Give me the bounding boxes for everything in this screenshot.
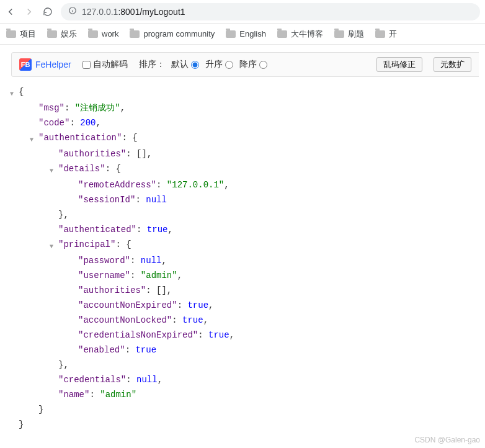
- bookmark-label: 项目: [20, 29, 36, 40]
- bookmark-label: work: [102, 29, 118, 38]
- bookmark-label: 开: [389, 29, 397, 40]
- json-row: "authorities": [],: [5, 146, 485, 161]
- json-row: ▼"details": {: [5, 161, 485, 177]
- json-row: "code": 200,: [5, 115, 485, 130]
- reload-button[interactable]: [42, 6, 53, 17]
- json-row: "enabled": true: [5, 343, 485, 357]
- json-row: "authorities": [],: [5, 283, 485, 298]
- browser-nav-bar: 127.0.0.1:8001/myLogout1: [0, 0, 485, 24]
- address-url: 127.0.0.1:8001/myLogout1: [82, 7, 185, 17]
- json-row: "password": null,: [5, 253, 485, 268]
- fehelper-badge-icon: FB: [19, 58, 32, 71]
- json-row: ▼"authentication": {: [5, 130, 485, 146]
- folder-icon: [226, 30, 236, 38]
- json-row: "accountNonExpired": true,: [5, 298, 485, 313]
- folder-icon: [47, 30, 57, 38]
- fix-encoding-button[interactable]: 乱码修正: [376, 57, 422, 72]
- collapse-toggle[interactable]: ▼: [25, 132, 38, 146]
- json-row: },: [5, 207, 485, 222]
- json-row: "credentials": null,: [5, 372, 485, 387]
- json-row: "sessionId": null: [5, 192, 485, 207]
- json-row: "accountNonLocked": true,: [5, 313, 485, 328]
- json-row: ▼"principal": {: [5, 237, 485, 253]
- bookmark-item[interactable]: English: [226, 29, 266, 38]
- sort-label: 排序：: [139, 59, 165, 70]
- folder-icon: [6, 30, 16, 38]
- expand-meta-button[interactable]: 元数扩: [434, 57, 471, 72]
- bookmark-item[interactable]: 项目: [6, 29, 36, 40]
- json-row: "authenticated": true,: [5, 222, 485, 237]
- forward-button[interactable]: [24, 6, 35, 17]
- bookmark-item[interactable]: program community: [130, 29, 215, 38]
- json-row: "name": "admin": [5, 387, 485, 402]
- folder-icon: [375, 30, 385, 38]
- bookmark-item[interactable]: 刷题: [334, 29, 364, 40]
- bookmark-label: 大牛博客: [291, 29, 323, 40]
- bookmark-item[interactable]: work: [88, 29, 118, 38]
- collapse-toggle[interactable]: ▼: [45, 238, 58, 253]
- auto-decode-checkbox[interactable]: 自动解码: [82, 59, 128, 70]
- json-row: "username": "admin",: [5, 268, 485, 283]
- bookmark-item[interactable]: 大牛博客: [277, 29, 323, 40]
- sort-asc-radio[interactable]: 升序: [205, 59, 233, 70]
- json-viewer: ▼{"msg": "注销成功","code": 200,▼"authentica…: [0, 77, 485, 447]
- fehelper-name: FeHelper: [35, 60, 71, 69]
- sort-desc-radio[interactable]: 降序: [239, 59, 267, 70]
- folder-icon: [130, 30, 140, 38]
- fehelper-logo[interactable]: FB FeHelper: [19, 58, 71, 71]
- bookmark-label: 刷题: [348, 29, 364, 40]
- collapse-toggle[interactable]: ▼: [5, 86, 19, 101]
- bookmark-label: English: [239, 29, 266, 38]
- collapse-toggle[interactable]: ▼: [45, 163, 58, 177]
- folder-icon: [277, 30, 287, 38]
- site-info-icon[interactable]: [68, 6, 77, 17]
- folder-icon: [334, 30, 344, 38]
- json-row: }: [5, 417, 485, 432]
- bookmark-label: 娱乐: [61, 29, 77, 40]
- bookmark-label: program community: [143, 29, 215, 38]
- json-row: "credentialsNonExpired": true,: [5, 328, 485, 343]
- folder-icon: [88, 30, 98, 38]
- fehelper-toolbar: FB FeHelper 自动解码 排序： 默认 升序 降序 乱码修正 元数扩: [11, 52, 479, 77]
- json-row: }: [5, 402, 485, 417]
- json-row: ▼{: [5, 84, 485, 101]
- watermark: CSDN @Galen-gao: [414, 436, 480, 444]
- json-row: },: [5, 357, 485, 372]
- json-row: "msg": "注销成功",: [5, 101, 485, 115]
- sort-default-radio[interactable]: 默认: [171, 59, 199, 70]
- json-row: "remoteAddress": "127.0.0.1",: [5, 177, 485, 192]
- bookmark-item[interactable]: 开: [375, 29, 397, 40]
- bookmarks-bar: 项目娱乐workprogram communityEnglish大牛博客刷题开: [0, 24, 485, 45]
- address-bar[interactable]: 127.0.0.1:8001/myLogout1: [61, 3, 480, 20]
- back-button[interactable]: [5, 6, 16, 17]
- bookmark-item[interactable]: 娱乐: [47, 29, 77, 40]
